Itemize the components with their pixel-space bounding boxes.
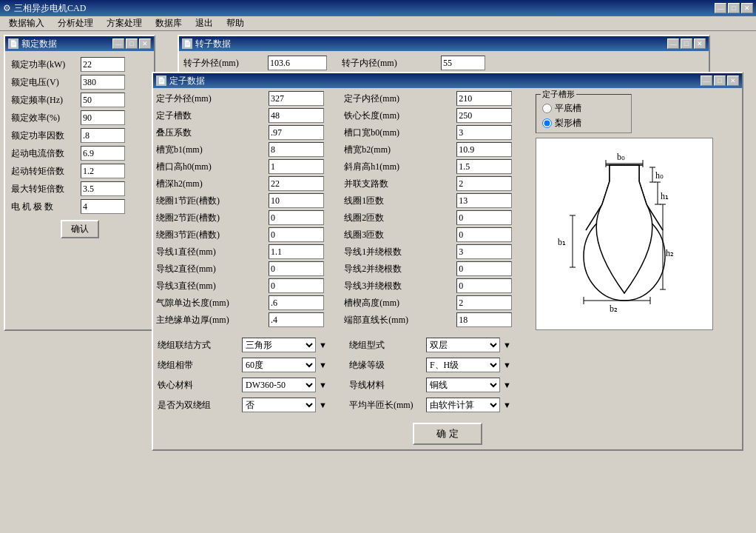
rated-confirm-button[interactable]: 确认 <box>61 220 99 238</box>
stator-col2-label-6: 线圈1匝数 <box>344 195 455 207</box>
stator-col2-input-13[interactable] <box>456 312 512 327</box>
stator-col2-input-9[interactable] <box>456 244 512 259</box>
pear-slot-radio[interactable] <box>542 118 552 128</box>
stator-dd-left-select-dual_winding[interactable]: 否是 <box>242 398 316 412</box>
stator-col2-row: 导线2并绕根数 <box>344 261 532 276</box>
rated-input-3[interactable] <box>81 110 125 125</box>
close-button[interactable]: ✕ <box>741 3 753 13</box>
rotor-right-input-0[interactable] <box>441 56 485 70</box>
rated-label-3: 额定效率(%) <box>11 112 78 124</box>
stator-col1-input-3[interactable] <box>269 142 324 157</box>
stator-col1-input-11[interactable] <box>269 278 324 293</box>
rated-field-row: 起动转矩倍数 <box>11 164 148 178</box>
svg-text:h₀: h₀ <box>655 170 664 181</box>
stator-panel-title: 📄 定子数据 — □ ✕ <box>153 73 742 88</box>
rated-input-4[interactable] <box>81 128 125 143</box>
rated-label-8: 电 机 极 数 <box>11 201 78 213</box>
stator-col2-input-4[interactable] <box>456 159 512 174</box>
stator-col1-row: 定子槽数 <box>156 108 344 123</box>
stator-col1-row: 绕圈3节距(槽数) <box>156 227 344 242</box>
stator-col2-label-8: 线圈3匝数 <box>344 229 455 241</box>
rated-input-8[interactable] <box>81 199 125 214</box>
stator-confirm-button[interactable]: 确 定 <box>413 423 482 445</box>
stator-dd-left-select-winding_band[interactable]: 60度120度 <box>242 358 316 372</box>
rated-input-7[interactable] <box>81 181 125 196</box>
rotor-panel-title-text: 转子数据 <box>195 38 231 50</box>
stator-dd-left-select-winding_connection[interactable]: 三角形星形 <box>242 338 316 352</box>
stator-maximize-btn[interactable]: □ <box>714 76 726 86</box>
stator-col1-input-12[interactable] <box>269 295 324 310</box>
slot-shape-group: 定子槽形 平底槽 梨形槽 <box>536 94 632 133</box>
stator-col2-input-6[interactable] <box>456 193 512 208</box>
stator-col2-input-12[interactable] <box>456 295 512 310</box>
flat-bottom-slot-radio[interactable] <box>542 104 552 113</box>
rated-input-0[interactable] <box>81 57 125 72</box>
rated-input-2[interactable] <box>81 93 125 107</box>
stator-col2-row: 铁心长度(mm) <box>344 108 532 123</box>
stator-col1-input-1[interactable] <box>269 108 324 123</box>
stator-dd-right-half_turn: 平均半匝长(mm) 由软件计算手动输入 ▼ <box>349 398 511 412</box>
stator-col2-input-2[interactable] <box>456 125 512 140</box>
stator-col2-input-1[interactable] <box>456 108 512 123</box>
maximize-button[interactable]: □ <box>728 3 740 13</box>
rated-input-1[interactable] <box>81 75 125 90</box>
stator-dd-right-label-2: 导线材料 <box>349 379 423 392</box>
stator-col1-input-13[interactable] <box>269 312 324 327</box>
menu-database[interactable]: 数据库 <box>149 16 188 30</box>
stator-col1-label-1: 定子槽数 <box>156 110 267 122</box>
stator-dd-right-select-half_turn[interactable]: 由软件计算手动输入 <box>426 398 500 412</box>
rated-input-5[interactable] <box>81 146 125 161</box>
rated-minimize-btn[interactable]: — <box>112 38 124 49</box>
stator-col1-input-6[interactable] <box>269 193 324 208</box>
stator-col2-input-10[interactable] <box>456 261 512 276</box>
rated-input-6[interactable] <box>81 164 125 178</box>
stator-col1-input-8[interactable] <box>269 227 324 242</box>
rotor-minimize-btn[interactable]: — <box>667 38 679 49</box>
stator-close-btn[interactable]: ✕ <box>727 76 739 86</box>
slot-diagram: b₀ h₀ h₁ <box>536 138 713 330</box>
stator-col1-row: 导线3直径(mm) <box>156 278 344 293</box>
menu-exit[interactable]: 退出 <box>189 16 219 30</box>
pear-slot-option[interactable]: 梨形槽 <box>542 117 625 130</box>
stator-col2-label-1: 铁心长度(mm) <box>344 110 455 122</box>
stator-dd-right-label-0: 绕组型式 <box>349 339 423 352</box>
stator-dd-right-select-conductor_material[interactable]: 铜线铝线 <box>426 378 500 392</box>
stator-dd-right-select-winding_type[interactable]: 双层单层 <box>426 338 500 352</box>
stator-col2-input-7[interactable] <box>456 210 512 225</box>
stator-col1-input-2[interactable] <box>269 125 324 140</box>
rated-label-6: 起动转矩倍数 <box>11 165 78 178</box>
stator-minimize-btn[interactable]: — <box>701 76 712 86</box>
stator-col1-row: 主绝缘单边厚(mm) <box>156 312 344 327</box>
rotor-left-label-0: 转子外径(mm) <box>183 57 265 70</box>
stator-col2-row: 导线3并绕根数 <box>344 278 532 293</box>
stator-col2-input-8[interactable] <box>456 227 512 242</box>
menu-data-input[interactable]: 数据输入 <box>3 16 50 30</box>
rotor-close-btn[interactable]: ✕ <box>694 38 706 49</box>
stator-col2-input-11[interactable] <box>456 278 512 293</box>
rated-maximize-btn[interactable]: □ <box>126 38 138 49</box>
stator-col1-label-3: 槽宽b1(mm) <box>156 144 267 156</box>
stator-col1-input-5[interactable] <box>269 176 324 191</box>
minimize-button[interactable]: — <box>715 3 726 13</box>
stator-dd-left-select-core_material[interactable]: DW360-50DW470-50 <box>242 378 316 392</box>
menu-solution[interactable]: 方案处理 <box>101 16 148 30</box>
stator-col1-row: 槽口高h0(mm) <box>156 159 344 174</box>
stator-col2-label-12: 槽楔高度(mm) <box>344 297 455 309</box>
rotor-left-input-0[interactable] <box>268 56 327 70</box>
menu-analysis[interactable]: 分析处理 <box>52 16 99 30</box>
stator-col1-input-4[interactable] <box>269 159 324 174</box>
stator-col1-input-10[interactable] <box>269 261 324 276</box>
stator-col2-input-3[interactable] <box>456 142 512 157</box>
stator-col1-input-0[interactable] <box>269 91 324 106</box>
stator-col2-input-0[interactable] <box>456 91 512 106</box>
stator-dd-right-select-insulation_grade[interactable]: F、H级B级 <box>426 358 500 372</box>
rated-field-row: 额定功率因数 <box>11 128 148 143</box>
stator-col2-input-5[interactable] <box>456 176 512 191</box>
rated-close-btn[interactable]: ✕ <box>139 38 151 49</box>
stator-col1-input-9[interactable] <box>269 244 324 259</box>
menu-help[interactable]: 帮助 <box>220 16 250 30</box>
stator-col1-row: 槽宽b1(mm) <box>156 142 344 157</box>
flat-bottom-slot-option[interactable]: 平底槽 <box>542 102 625 115</box>
rotor-maximize-btn[interactable]: □ <box>681 38 692 49</box>
stator-col1-input-7[interactable] <box>269 210 324 225</box>
